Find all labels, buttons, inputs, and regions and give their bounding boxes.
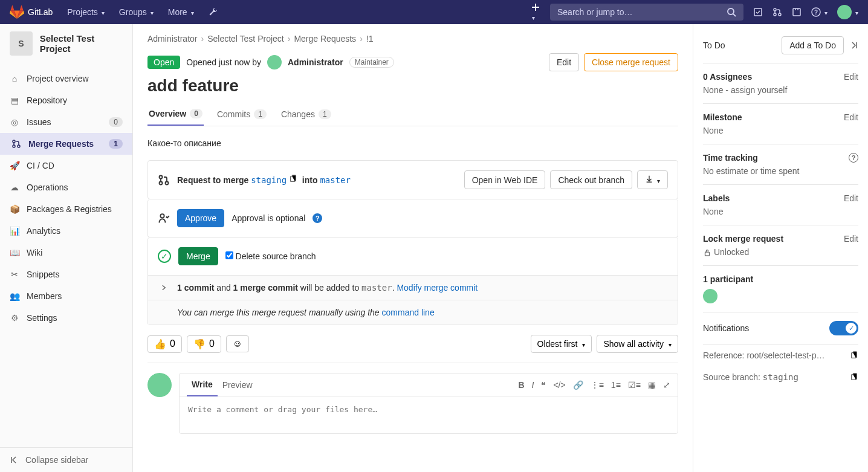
download-button[interactable] bbox=[637, 170, 668, 189]
delete-source-branch-checkbox[interactable] bbox=[225, 251, 233, 259]
command-line-link[interactable]: command line bbox=[382, 308, 435, 317]
svg-point-3 bbox=[774, 13, 776, 16]
collapse-sidebar[interactable]: Collapse sidebar bbox=[0, 447, 132, 472]
quote-icon[interactable]: ❝ bbox=[541, 380, 546, 390]
tab-commits[interactable]: Commits1 bbox=[216, 103, 268, 126]
fullscreen-icon[interactable]: ⤢ bbox=[663, 380, 670, 390]
breadcrumb-project[interactable]: Selectel Test Project bbox=[207, 34, 284, 44]
notifications-toggle[interactable] bbox=[829, 321, 858, 335]
sidebar-item-settings[interactable]: ⚙Settings bbox=[0, 307, 132, 329]
topnav-todos-link[interactable] bbox=[792, 7, 802, 17]
sidebar-item-wiki[interactable]: 📖Wiki bbox=[0, 242, 132, 263]
thumbs-up-button[interactable]: 👍 0 bbox=[147, 335, 182, 353]
comment-textarea[interactable] bbox=[188, 405, 669, 423]
target-branch[interactable]: master bbox=[320, 175, 351, 185]
svg-point-8 bbox=[13, 140, 15, 143]
activity-filter-dropdown[interactable]: Show all activity bbox=[597, 335, 678, 353]
italic-icon[interactable]: I bbox=[532, 380, 534, 390]
unlock-icon bbox=[703, 248, 711, 257]
delete-source-branch-label[interactable]: Delete source branch bbox=[225, 251, 316, 261]
comment-write-tab[interactable]: Write bbox=[187, 373, 218, 396]
lock-edit[interactable]: Edit bbox=[844, 234, 858, 244]
sidebar-item-analytics[interactable]: 📊Analytics bbox=[0, 220, 132, 242]
comment-toolbar: B I ❝ </> 🔗 ⋮≡ 1≡ ☑≡ ▦ ⤢ bbox=[518, 380, 670, 390]
tab-overview[interactable]: Overview0 bbox=[147, 103, 204, 126]
topnav-items: Projects Groups More bbox=[62, 4, 222, 21]
bullet-list-icon[interactable]: ⋮≡ bbox=[591, 380, 604, 390]
approve-button[interactable]: Approve bbox=[177, 209, 224, 227]
sidebar-item-snippets[interactable]: ✂Snippets bbox=[0, 263, 132, 285]
rs-time-tracking: Time tracking? No estimate or time spent bbox=[703, 144, 858, 185]
sidebar-item-members[interactable]: 👥Members bbox=[0, 285, 132, 307]
reactions-bar: 👍 0 👎 0 ☺ Oldest first Show all activity bbox=[147, 335, 678, 353]
participant-avatar[interactable] bbox=[703, 289, 717, 303]
copy-icon[interactable] bbox=[289, 175, 297, 183]
gear-icon: ⚙ bbox=[10, 313, 19, 323]
edit-button[interactable]: Edit bbox=[549, 53, 579, 71]
rs-milestone: MilestoneEdit None bbox=[703, 104, 858, 144]
numbered-list-icon[interactable]: 1≡ bbox=[611, 380, 621, 390]
add-todo-button[interactable]: Add a To Do bbox=[782, 36, 844, 54]
topnav-groups[interactable]: Groups bbox=[114, 4, 158, 21]
milestone-edit[interactable]: Edit bbox=[844, 112, 858, 122]
topnav-help[interactable]: ? bbox=[811, 7, 828, 17]
project-header[interactable]: S Selectel Test Project bbox=[0, 24, 132, 63]
comment-preview-tab[interactable]: Preview bbox=[218, 374, 257, 396]
bold-icon[interactable]: B bbox=[518, 380, 524, 390]
issue-icon bbox=[753, 7, 763, 17]
sort-dropdown[interactable]: Oldest first bbox=[531, 335, 592, 353]
approval-text: Approval is optional bbox=[232, 213, 305, 223]
chevron-right-icon[interactable] bbox=[160, 284, 167, 291]
rs-participants: 1 participant bbox=[703, 266, 858, 312]
topnav-issues-link[interactable] bbox=[753, 7, 763, 17]
author-avatar[interactable] bbox=[267, 55, 282, 70]
link-icon[interactable]: 🔗 bbox=[573, 380, 583, 390]
sidebar-item-merge-requests[interactable]: Merge Requests1 bbox=[0, 133, 132, 155]
sidebar-item-overview[interactable]: ⌂Project overview bbox=[0, 68, 132, 89]
breadcrumb-mrs[interactable]: Merge Requests bbox=[294, 34, 356, 44]
topnav-more[interactable]: More bbox=[163, 4, 199, 21]
merge-source-widget: Request to merge staging into master Ope… bbox=[147, 160, 678, 199]
labels-edit[interactable]: Edit bbox=[844, 193, 858, 203]
copy-branch-icon[interactable] bbox=[850, 373, 858, 381]
mr-tabs: Overview0 Commits1 Changes1 bbox=[147, 103, 678, 126]
code-icon[interactable]: </> bbox=[553, 380, 565, 390]
expand-sidebar-icon[interactable] bbox=[849, 40, 858, 50]
source-branch[interactable]: staging bbox=[251, 175, 287, 185]
sidebar-item-repository[interactable]: ▤Repository bbox=[0, 89, 132, 111]
open-web-ide-button[interactable]: Open in Web IDE bbox=[464, 170, 546, 189]
merge-button[interactable]: Merge bbox=[178, 247, 218, 265]
issues-icon: ◎ bbox=[10, 117, 19, 127]
table-icon[interactable]: ▦ bbox=[648, 380, 656, 390]
rocket-icon: 🚀 bbox=[10, 161, 19, 170]
sidebar-item-operations[interactable]: ☁Operations bbox=[0, 176, 132, 198]
breadcrumb-admin[interactable]: Administrator bbox=[147, 34, 197, 44]
modify-merge-commit-link[interactable]: Modify merge commit bbox=[397, 283, 478, 293]
task-list-icon[interactable]: ☑≡ bbox=[628, 380, 641, 390]
close-mr-button[interactable]: Close merge request bbox=[584, 53, 678, 71]
book-icon: 📖 bbox=[10, 248, 19, 257]
topnav-plus[interactable] bbox=[531, 2, 540, 22]
assignees-value[interactable]: None - assign yourself bbox=[703, 85, 858, 95]
topnav-wrench[interactable] bbox=[204, 4, 223, 21]
copy-reference-icon[interactable] bbox=[850, 351, 858, 360]
topnav-mr-link[interactable] bbox=[772, 7, 782, 17]
gitlab-logo[interactable]: GitLab bbox=[10, 5, 53, 19]
global-search[interactable] bbox=[550, 4, 743, 21]
add-emoji-button[interactable]: ☺ bbox=[226, 335, 249, 352]
sidebar-item-packages[interactable]: 📦Packages & Registries bbox=[0, 198, 132, 220]
rs-lock: Lock merge requestEdit Unlocked bbox=[703, 225, 858, 266]
thumbs-down-button[interactable]: 👎 0 bbox=[187, 335, 221, 353]
topnav-user-menu[interactable] bbox=[837, 5, 858, 19]
search-input[interactable] bbox=[557, 7, 727, 17]
mr-header: Open Opened just now by Administrator Ma… bbox=[147, 53, 678, 71]
checkout-branch-button[interactable]: Check out branch bbox=[550, 170, 632, 189]
info-icon[interactable]: ? bbox=[313, 213, 322, 223]
tab-changes[interactable]: Changes1 bbox=[280, 103, 332, 126]
author-name[interactable]: Administrator bbox=[288, 57, 343, 67]
sidebar-item-cicd[interactable]: 🚀CI / CD bbox=[0, 155, 132, 176]
topnav-projects[interactable]: Projects bbox=[62, 4, 109, 21]
time-help-icon[interactable]: ? bbox=[849, 153, 858, 163]
assignees-edit[interactable]: Edit bbox=[844, 72, 858, 82]
sidebar-item-issues[interactable]: ◎Issues0 bbox=[0, 111, 132, 133]
